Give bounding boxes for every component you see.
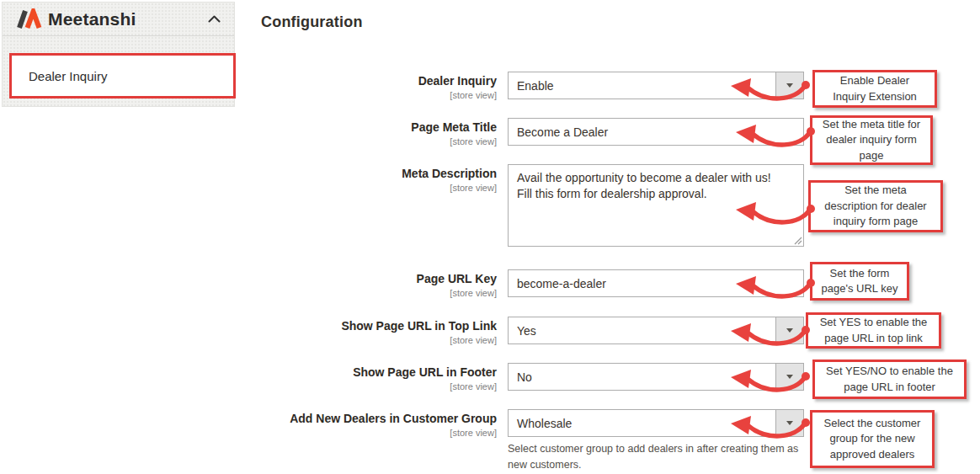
annotation-arrow [731,120,815,149]
scope-label: [store view] [253,182,497,194]
sidebar: Meetanshi Dealer Inquiry [2,2,235,107]
field-label-page-meta-title: Page Meta Title [store view] [253,120,497,148]
field-label-customer-group: Add New Dealers in Customer Group [store… [253,411,497,439]
collapse-chevron-up-icon[interactable] [208,15,221,23]
annotation-arrow [726,319,810,348]
customer-group-note: Select customer group to add dealers in … [508,441,804,473]
annotation-callout: Set YES to enable the page URL in top li… [806,312,941,349]
annotation-arrow [726,74,810,103]
sidebar-header: Meetanshi [3,3,234,36]
annotation-arrow [726,365,810,394]
page-title: Configuration [261,13,363,31]
field-label-meta-description: Meta Description [store view] [253,166,497,194]
annotation-arrow [726,412,810,440]
field-label-show-url-footer: Show Page URL in Footer [store view] [253,365,497,393]
sidebar-item-label: Dealer Inquiry [29,69,107,83]
scope-label: [store view] [253,334,497,347]
annotation-callout: Set YES/NO to enable the page URL in foo… [812,359,967,399]
scope-label: [store view] [253,427,497,439]
scope-label: [store view] [253,381,497,393]
annotation-arrow [731,272,815,301]
scope-label: [store view] [253,287,497,300]
sidebar-item-dealer-inquiry[interactable]: Dealer Inquiry [9,53,236,99]
annotation-callout: Set the meta title for dealer inquiry fo… [810,115,933,165]
field-label-page-url-key: Page URL Key [store view] [253,271,497,300]
annotation-callout: Set the form page's URL key [810,262,909,301]
brand-name: Meetanshi [48,9,136,29]
field-label-show-url-top-link: Show Page URL in Top Link [store view] [253,318,497,347]
scope-label: [store view] [253,89,497,102]
meetanshi-logo-icon [14,8,42,29]
annotation-callout: Select the customer group for the new ap… [810,410,935,468]
scope-label: [store view] [253,136,497,148]
annotation-arrow [731,198,815,226]
annotation-callout: Set the meta description for dealer inqu… [808,180,943,232]
field-label-dealer-inquiry: Dealer Inquiry [store view] [253,73,497,102]
annotation-callout: Enable Dealer Inquiry Extension [812,70,937,108]
